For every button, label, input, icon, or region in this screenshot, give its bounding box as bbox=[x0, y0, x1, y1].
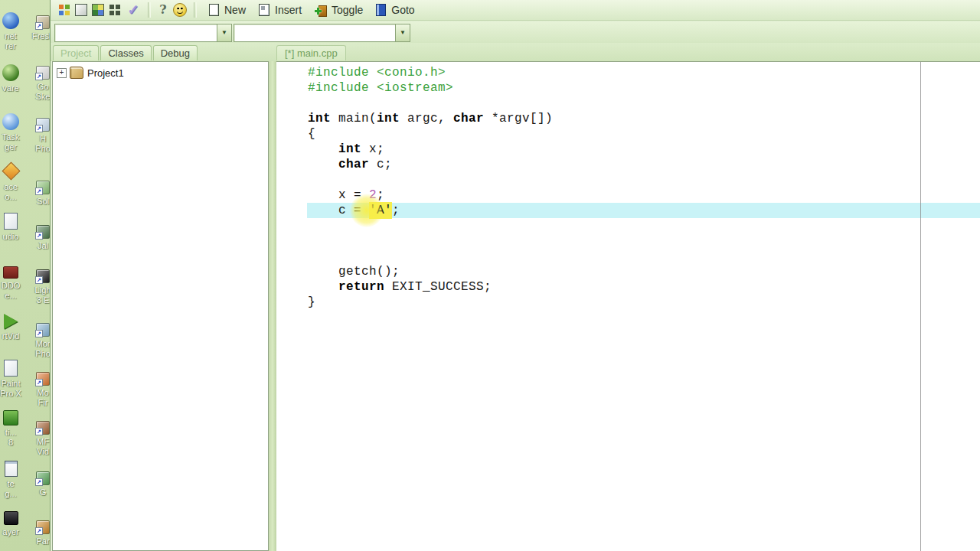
sphere-blue-icon bbox=[2, 12, 19, 29]
shortcut-icon: ↗ bbox=[36, 421, 50, 435]
desktop-icon-label: o... bbox=[0, 192, 26, 202]
shortcut-icon: ↗ bbox=[36, 225, 50, 239]
code-line-5[interactable]: { bbox=[307, 126, 980, 142]
desktop-icon[interactable]: ↗Sol bbox=[28, 181, 50, 207]
desktop-icon[interactable]: ↗HPho bbox=[28, 118, 50, 154]
desktop-icon[interactable]: ↗MorPho bbox=[28, 323, 50, 359]
screen: netrervareTaskgeraceo...udioDDOe...rtVid… bbox=[0, 0, 980, 551]
desktop-icon-label: Pho bbox=[28, 144, 50, 154]
code-line-16[interactable]: } bbox=[307, 295, 980, 310]
code-line-12[interactable] bbox=[307, 233, 980, 249]
editor-tab-main-cpp[interactable]: [*] main.cpp bbox=[276, 45, 346, 60]
desktop-icon[interactable]: ayer bbox=[0, 511, 26, 537]
code-line-8[interactable] bbox=[307, 172, 980, 187]
class-browser-combo[interactable]: ▼ bbox=[234, 24, 410, 42]
tree-item-project1[interactable]: + Project1 bbox=[57, 67, 268, 79]
shortcut-icon: ↗ bbox=[36, 372, 50, 386]
desktop-icon[interactable]: ↗Par bbox=[28, 520, 50, 546]
page-white-icon bbox=[4, 213, 18, 230]
new-button[interactable]: New bbox=[207, 2, 246, 18]
dropdown-arrow-icon[interactable]: ▼ bbox=[217, 24, 231, 41]
desktop-icon[interactable]: ↗Jal bbox=[28, 225, 50, 251]
view-icon-group: ✓ bbox=[56, 2, 143, 18]
desktop-icon[interactable]: udio bbox=[0, 213, 26, 242]
desktop-icon[interactable]: teg... bbox=[0, 461, 26, 499]
expand-plus-icon[interactable]: + bbox=[57, 68, 67, 78]
code-line-13[interactable] bbox=[307, 249, 980, 264]
code-line-14[interactable]: getch(); bbox=[307, 264, 980, 279]
desktop-icon-label: ace bbox=[0, 182, 26, 192]
desktop-icon[interactable]: Taskger bbox=[0, 113, 26, 152]
toolbar-separator bbox=[194, 2, 197, 18]
compiler-combo-input[interactable] bbox=[55, 24, 217, 41]
code-line-2[interactable]: #include <iostream> bbox=[307, 80, 980, 96]
code-editor[interactable]: #include <conio.h>#include <iostream>int… bbox=[276, 61, 980, 551]
desktop-icon[interactable]: vare bbox=[0, 64, 26, 93]
code-line-9[interactable]: x = 2; bbox=[307, 187, 980, 203]
help-icon[interactable]: ? bbox=[158, 2, 168, 18]
tab-classes[interactable]: Classes bbox=[100, 45, 151, 60]
code-line-4[interactable]: int main(int argc, char *argv[]) bbox=[307, 111, 980, 126]
desktop-icon[interactable]: netrer bbox=[0, 12, 26, 51]
tiles-colored-icon[interactable] bbox=[58, 4, 70, 16]
panel-splitter[interactable] bbox=[269, 61, 276, 551]
desktop-icon-label: Ligh bbox=[28, 285, 50, 295]
code-line-10[interactable]: c = 'A'; bbox=[307, 203, 980, 218]
desktop-icon[interactable]: rtVid bbox=[0, 314, 26, 341]
insert-button-label: Insert bbox=[275, 4, 302, 16]
class-browser-combo-input[interactable] bbox=[234, 24, 395, 41]
desktop-icon[interactable]: ↗MFVid bbox=[28, 421, 50, 457]
desktop-icon-label: Go bbox=[28, 82, 50, 92]
toggle-button[interactable]: Toggle bbox=[312, 2, 363, 18]
check-icon[interactable]: ✓ bbox=[126, 2, 141, 18]
toggle-button-label: Toggle bbox=[332, 4, 363, 16]
desktop-icon[interactable]: aceo... bbox=[0, 162, 26, 202]
tab-debug[interactable]: Debug bbox=[153, 45, 198, 60]
shortcut-arrow-icon: ↗ bbox=[35, 428, 43, 435]
insert-icon bbox=[259, 4, 270, 16]
desktop-icon[interactable]: ↗Ligh3 E bbox=[28, 269, 50, 305]
dropdown-arrow-icon[interactable]: ▼ bbox=[395, 24, 410, 41]
compiler-combo[interactable]: ▼ bbox=[54, 24, 232, 42]
desktop-icon[interactable]: PaintPro X bbox=[0, 360, 26, 399]
desktop-icon-label: Jal bbox=[28, 241, 50, 251]
desktop-icon[interactable]: ↗GoSke bbox=[28, 66, 50, 102]
shortcut-icon: ↗ bbox=[36, 323, 50, 337]
desktop-icon[interactable]: ti...8 bbox=[0, 410, 26, 448]
desktop-icon-label: Task bbox=[0, 132, 26, 142]
desktop-icon[interactable]: ↗G bbox=[28, 471, 50, 497]
shortcut-arrow-icon: ↗ bbox=[35, 232, 43, 240]
left-panel-tabs: ProjectClassesDebug bbox=[52, 43, 198, 60]
square-green-icon bbox=[3, 410, 18, 425]
code-line-15[interactable]: return EXIT_SUCCESS; bbox=[307, 279, 980, 295]
window-icon[interactable] bbox=[75, 4, 87, 16]
code-area[interactable]: #include <conio.h>#include <iostream>int… bbox=[276, 65, 980, 310]
code-line-7[interactable]: char c; bbox=[307, 157, 980, 172]
shortcut-icon: ↗ bbox=[36, 118, 50, 132]
insert-button[interactable]: Insert bbox=[256, 2, 302, 18]
desktop-icon[interactable]: ↗Fresh bbox=[28, 15, 50, 41]
tab-project[interactable]: Project bbox=[53, 45, 99, 60]
shortcut-arrow-icon: ↗ bbox=[35, 527, 43, 535]
desktop-icon[interactable]: ↗MoFir bbox=[28, 372, 50, 408]
desktop-icon-label: Vid bbox=[28, 447, 50, 457]
goto-button[interactable]: Goto bbox=[374, 2, 414, 18]
arrow-green-icon bbox=[4, 314, 18, 329]
tiles-outline-icon[interactable] bbox=[109, 4, 121, 16]
shortcut-arrow-icon: ↗ bbox=[35, 379, 43, 386]
window-colored-icon[interactable] bbox=[92, 4, 104, 16]
desktop-icon-label: Paint bbox=[0, 379, 26, 389]
code-line-3[interactable] bbox=[307, 96, 980, 111]
code-line-6[interactable]: int x; bbox=[307, 142, 980, 157]
diamond-orange-icon bbox=[2, 161, 20, 180]
desktop-icon-label: Pro X bbox=[0, 389, 26, 399]
code-line-11[interactable] bbox=[307, 218, 980, 233]
desktop-icon-label: ger bbox=[0, 142, 26, 152]
smiley-icon[interactable] bbox=[173, 3, 187, 17]
desktop-icon[interactable]: DDOe... bbox=[0, 263, 26, 301]
goto-button-label: Goto bbox=[391, 4, 414, 16]
code-line-1[interactable]: #include <conio.h> bbox=[307, 65, 980, 80]
desktop-icon-label: Pho bbox=[28, 349, 50, 359]
editor-tab-label: [*] main.cpp bbox=[285, 47, 338, 59]
shortcut-icon: ↗ bbox=[36, 520, 50, 534]
